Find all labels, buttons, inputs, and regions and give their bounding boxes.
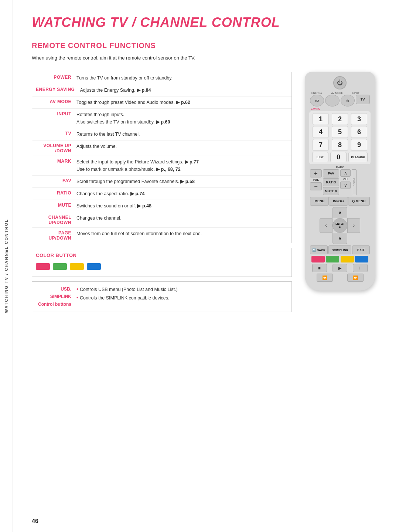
func-desc-volume: Adjusts the volume. bbox=[76, 143, 288, 150]
vol-up-button[interactable]: + bbox=[310, 169, 322, 177]
function-row-fav: FAV Scroll through the programmed Favori… bbox=[32, 176, 291, 188]
num-row-1: 1 2 3 bbox=[311, 113, 369, 125]
func-name-page: PAGE UP/DOWN bbox=[36, 230, 76, 241]
func-name-energy: ENERGY SAVING bbox=[36, 87, 80, 92]
ch-down-button[interactable]: ∨ bbox=[340, 182, 351, 189]
num-1[interactable]: 1 bbox=[313, 113, 329, 125]
dpad-down[interactable]: ∨ bbox=[332, 233, 347, 244]
list-button[interactable]: LIST bbox=[312, 152, 328, 162]
num-0[interactable]: 0 bbox=[330, 152, 347, 162]
title-red: CHANNEL CONTROL bbox=[140, 15, 280, 30]
func-name-power: POWER bbox=[36, 74, 76, 80]
pause-button[interactable]: ⏸ bbox=[353, 264, 368, 272]
vol-down-button[interactable]: − bbox=[310, 182, 322, 190]
rewind-button[interactable]: ⏪ bbox=[317, 274, 333, 282]
power-button[interactable]: ⏻ bbox=[333, 76, 347, 89]
remote-green-button[interactable] bbox=[326, 256, 339, 262]
remote-yellow-button[interactable] bbox=[341, 256, 354, 262]
energy-label: ENERGY bbox=[311, 92, 323, 94]
num-7[interactable]: 7 bbox=[313, 139, 329, 151]
number-pad: 1 2 3 4 5 6 7 8 9 bbox=[309, 111, 371, 164]
vol-text: VOL bbox=[313, 178, 319, 182]
page-side: PAGE bbox=[352, 169, 357, 195]
play-button[interactable]: ▶ bbox=[332, 264, 347, 272]
function-table: POWER Turns the TV on from standby or of… bbox=[32, 72, 292, 243]
num-8[interactable]: 8 bbox=[332, 139, 348, 151]
dpad-center-enter[interactable]: ENTER ● bbox=[332, 218, 347, 233]
tv-button[interactable]: TV bbox=[356, 95, 370, 104]
func-name-volume: VOLUME UP /DOWN bbox=[36, 143, 76, 153]
bullet-dot-2: • bbox=[76, 294, 78, 302]
back-button[interactable]: 🔙 BACK bbox=[310, 245, 328, 254]
playback-row: ■ ▶ ⏸ bbox=[309, 264, 371, 272]
dpad-right[interactable]: ﹥ bbox=[347, 218, 360, 233]
avmode-button[interactable] bbox=[325, 95, 339, 106]
red-button[interactable] bbox=[36, 263, 50, 270]
sidebar-label: WATCHING TV / CHANNEL CONTROL bbox=[4, 219, 8, 313]
input-button[interactable]: ⊕ bbox=[341, 95, 355, 106]
ch-up-button[interactable]: ∧ bbox=[340, 169, 351, 177]
enter-label: ENTER bbox=[335, 223, 344, 225]
dpad-up[interactable]: ∧ bbox=[332, 207, 347, 218]
flashback-button[interactable]: FLASHBK bbox=[348, 152, 368, 162]
simplink-button[interactable]: ⊙SIMPLINK bbox=[328, 245, 351, 254]
color-button-box: COLOR BUTTON bbox=[32, 248, 292, 277]
exit-button[interactable]: EXIT bbox=[352, 245, 370, 254]
num-4[interactable]: 4 bbox=[313, 126, 329, 138]
remote-red-button[interactable] bbox=[311, 256, 325, 262]
func-name-channel: CHANNEL UP/DOWN bbox=[36, 214, 76, 225]
func-desc-power: Turns the TV on from standby or off to s… bbox=[76, 74, 288, 82]
qmenu-button[interactable]: Q.MENU bbox=[348, 197, 370, 206]
func-desc-avmode: Toggles through preset Video and Audio m… bbox=[76, 99, 288, 106]
remote: ⏻ ENERGY AV MODE INPUT eØ ⊕ TV bbox=[305, 72, 375, 291]
func-desc-mark: Select the input to apply the Picture Wi… bbox=[76, 158, 288, 173]
function-row-mark: MARK Select the input to apply the Pictu… bbox=[32, 156, 291, 176]
stop-button[interactable]: ■ bbox=[312, 264, 327, 272]
fav-button[interactable]: FAV bbox=[323, 169, 339, 177]
info-button[interactable]: INFO⊙ bbox=[329, 197, 348, 206]
num-row-3: 7 8 9 bbox=[311, 139, 369, 151]
num-3[interactable]: 3 bbox=[351, 113, 367, 125]
dpad-area: ∧ ﹤ ENTER ● ﹥ ∨ bbox=[309, 207, 371, 244]
green-button[interactable] bbox=[53, 263, 67, 270]
usb-bullet-text-1: Controls USB menu (Photo List and Music … bbox=[80, 285, 178, 294]
menu-button[interactable]: MENU bbox=[310, 197, 329, 206]
section-heading: REMOTE CONTROL FUNCTIONS bbox=[32, 41, 381, 50]
blue-button[interactable] bbox=[87, 263, 101, 270]
ch-col: ∧ CH ∨ bbox=[340, 169, 351, 195]
num-5[interactable]: 5 bbox=[332, 126, 348, 138]
yellow-button[interactable] bbox=[70, 263, 84, 270]
func-name-fav: FAV bbox=[36, 178, 76, 183]
ratio-button[interactable]: RATIO bbox=[323, 178, 339, 186]
func-desc-ratio: Changes the aspect ratio. ▶ p.74 bbox=[76, 190, 288, 197]
input-label: INPUT bbox=[352, 92, 359, 94]
saving-label: SAVING bbox=[309, 108, 371, 110]
func-desc-energy: Adjusts the Energy Saving. ▶ p.84 bbox=[80, 87, 288, 94]
sidebar: WATCHING TV / CHANNEL CONTROL bbox=[0, 0, 13, 532]
descriptions: POWER Turns the TV on from standby or of… bbox=[32, 72, 299, 312]
func-name-mark: MARK bbox=[36, 158, 76, 164]
special-row: LIST 0 FLASHBK bbox=[311, 152, 369, 162]
num-6[interactable]: 6 bbox=[351, 126, 367, 138]
fastforward-button[interactable]: ⏩ bbox=[347, 274, 364, 282]
function-row-power: POWER Turns the TV on from standby or of… bbox=[32, 72, 291, 84]
energy-saving-button[interactable]: eØ bbox=[310, 95, 324, 106]
ch-text: CH bbox=[343, 177, 348, 181]
function-row-tv: TV Returns to the last TV channel. bbox=[32, 128, 291, 140]
remote-color-row bbox=[309, 256, 371, 262]
function-row-mute: MUTE Switches the sound on or off. ▶ p.4… bbox=[32, 200, 291, 212]
main-content: WATCHING TV / CHANNEL CONTROL REMOTE CON… bbox=[13, 0, 399, 532]
remote-container: ⏻ ENERGY AV MODE INPUT eØ ⊕ TV bbox=[299, 72, 381, 312]
remote-blue-button[interactable] bbox=[355, 256, 368, 262]
usb-bullets: • Controls USB menu (Photo List and Musi… bbox=[76, 285, 288, 302]
func-desc-channel: Changes the channel. bbox=[76, 214, 288, 222]
func-name-input: INPUT bbox=[36, 111, 76, 116]
func-name-avmode: AV MODE bbox=[36, 99, 76, 104]
num-9[interactable]: 9 bbox=[351, 139, 367, 151]
func-desc-page: Moves from one full set of screen inform… bbox=[76, 230, 288, 237]
top-row-btns: eØ ⊕ TV bbox=[309, 95, 371, 106]
func-desc-input: Rotates through inputs.Also switches the… bbox=[76, 111, 288, 126]
dpad-left[interactable]: ﹤ bbox=[320, 218, 332, 233]
num-2[interactable]: 2 bbox=[332, 113, 348, 125]
mute-button[interactable]: MUTE✕ bbox=[323, 187, 339, 195]
